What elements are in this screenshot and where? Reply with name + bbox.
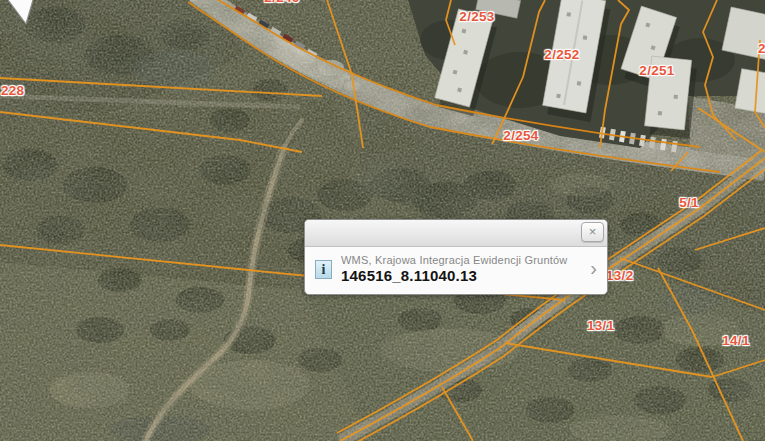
parcel-label-5-1: 5/1 xyxy=(679,195,699,210)
map-canvas[interactable]: 228 2/246 2/253 2/252 2/251 2/254 5/1 13… xyxy=(0,0,765,441)
parcel-id-text: 146516_8.11040.13 xyxy=(341,267,567,284)
expand-chevron-icon[interactable]: › xyxy=(590,258,599,280)
close-button[interactable]: × xyxy=(581,222,604,242)
parcel-label-2-251: 2/251 xyxy=(639,63,674,78)
parcel-label-13-1: 13/1 xyxy=(587,318,614,333)
popup-header: × xyxy=(305,220,607,247)
feature-popup: × i WMS, Krajowa Integracja Ewidencji Gr… xyxy=(304,219,608,295)
parcel-label-2-254: 2/254 xyxy=(503,128,538,143)
close-icon: × xyxy=(589,224,597,239)
parcel-label-2-246: 2/246 xyxy=(264,0,299,5)
popup-tail xyxy=(0,0,40,28)
parcel-label-14-1: 14/1 xyxy=(722,333,749,348)
parcel-label-edge-partial: 2 xyxy=(758,41,765,56)
wms-source-text: WMS, Krajowa Integracja Ewidencji Gruntó… xyxy=(341,254,567,266)
parcel-label-2-252: 2/252 xyxy=(544,47,579,62)
parcel-label-13-2: 13/2 xyxy=(606,268,633,283)
parcel-label-2-253: 2/253 xyxy=(459,9,494,24)
popup-feature-row[interactable]: i WMS, Krajowa Integracja Ewidencji Grun… xyxy=(305,247,607,292)
parcel-label-228: 228 xyxy=(1,83,24,98)
info-icon: i xyxy=(315,260,332,279)
